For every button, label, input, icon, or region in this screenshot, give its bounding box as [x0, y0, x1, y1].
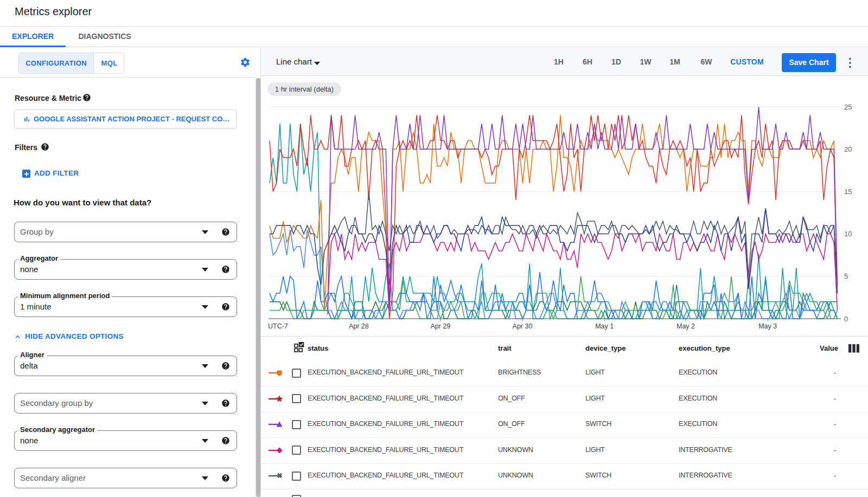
svg-text:0: 0	[844, 315, 848, 323]
svg-text:10: 10	[844, 230, 852, 238]
svg-text:20: 20	[844, 145, 852, 153]
svg-text:15: 15	[844, 188, 852, 196]
svg-text:May 2: May 2	[676, 322, 695, 330]
svg-text:25: 25	[844, 103, 852, 111]
svg-text:Apr 29: Apr 29	[430, 322, 450, 330]
svg-text:Apr 28: Apr 28	[349, 322, 369, 330]
svg-text:May 1: May 1	[595, 322, 614, 330]
svg-text:May 3: May 3	[758, 322, 777, 330]
svg-text:Apr 30: Apr 30	[513, 322, 533, 330]
svg-text:5: 5	[844, 272, 848, 280]
svg-text:UTC-7: UTC-7	[268, 322, 288, 330]
